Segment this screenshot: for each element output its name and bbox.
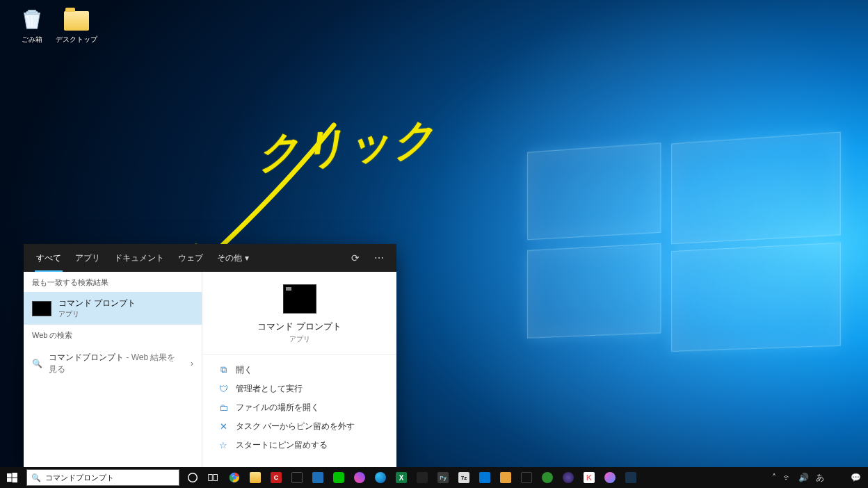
app-icon[interactable] xyxy=(516,467,537,488)
open-icon: ⧉ xyxy=(218,364,229,375)
action-center-icon[interactable]: 💬 xyxy=(851,473,861,482)
7zip-icon[interactable]: 7z xyxy=(453,467,474,488)
web-search-result[interactable]: 🔍 コマンドプロンプト - Web 結果を見る › xyxy=(24,345,202,382)
folder-icon xyxy=(63,4,90,32)
svg-rect-1 xyxy=(12,473,17,478)
chevron-down-icon: ▾ xyxy=(245,253,249,263)
task-view-icon[interactable] xyxy=(203,467,224,488)
search-details-right: コマンド プロンプト アプリ ⧉開く 🛡管理者として実行 🗀ファイルの場所を開く… xyxy=(202,272,396,467)
vscode-icon[interactable] xyxy=(474,467,495,488)
excel-icon[interactable]: X xyxy=(391,467,412,488)
chevron-right-icon: › xyxy=(191,359,193,368)
search-icon: 🔍 xyxy=(31,473,41,482)
svg-point-9 xyxy=(232,475,236,479)
tab-apps[interactable]: アプリ xyxy=(68,244,107,272)
tab-more[interactable]: その他▾ xyxy=(210,244,256,272)
app-icon[interactable] xyxy=(537,467,558,488)
start-search-panel: すべて アプリ ドキュメント ウェブ その他▾ ⟳ ⋯ 最も一致する検索結果 コ… xyxy=(24,244,396,467)
tab-documents[interactable]: ドキュメント xyxy=(107,244,171,272)
svg-rect-6 xyxy=(214,475,217,481)
itunes-icon[interactable] xyxy=(600,467,620,488)
edge-icon[interactable] xyxy=(370,467,391,488)
app-icon[interactable] xyxy=(558,467,579,488)
app-icon[interactable]: C xyxy=(266,467,287,488)
tab-all[interactable]: すべて xyxy=(29,244,68,272)
app-icon[interactable] xyxy=(307,467,328,488)
desktop-icon-folder[interactable]: デスクトップ xyxy=(56,4,97,44)
ime-indicator[interactable]: あ xyxy=(816,472,824,484)
details-subtitle: アプリ xyxy=(216,334,383,344)
cmd-large-icon xyxy=(283,284,316,314)
svg-rect-2 xyxy=(7,478,12,482)
windows-icon xyxy=(7,473,17,483)
action-open-file-location[interactable]: 🗀ファイルの場所を開く xyxy=(216,398,383,417)
svg-rect-0 xyxy=(7,473,12,477)
cmd-icon xyxy=(32,301,51,316)
folder-open-icon: 🗀 xyxy=(218,402,229,413)
desktop-icon-recycle-bin[interactable]: ごみ箱 xyxy=(11,4,53,44)
details-title: コマンド プロンプト xyxy=(216,320,383,333)
taskbar-search-box[interactable]: 🔍 xyxy=(26,469,179,486)
shield-icon: 🛡 xyxy=(218,384,229,394)
web-search-header: Web の検索 xyxy=(24,325,202,345)
system-tray: ˄ ᯤ 🔊 あ 💬 xyxy=(765,472,868,484)
start-button[interactable] xyxy=(0,467,24,488)
best-match-subtitle: アプリ xyxy=(58,309,136,319)
line-icon[interactable] xyxy=(328,467,349,488)
best-match-header: 最も一致する検索結果 xyxy=(24,272,202,292)
volume-icon[interactable]: 🔊 xyxy=(798,473,809,482)
app-icon[interactable]: K xyxy=(579,467,600,488)
app-icon[interactable] xyxy=(495,467,516,488)
svg-point-4 xyxy=(188,473,198,482)
unpin-icon: ✕ xyxy=(218,421,229,432)
best-match-result[interactable]: コマンド プロンプト アプリ xyxy=(24,292,202,325)
best-match-title: コマンド プロンプト xyxy=(58,298,136,309)
search-results-left: 最も一致する検索結果 コマンド プロンプト アプリ Web の検索 🔍 コマンド… xyxy=(24,272,202,467)
windows-logo-art xyxy=(527,136,844,350)
app-icon[interactable] xyxy=(349,467,370,488)
action-unpin-taskbar[interactable]: ✕タスク バーからピン留めを外す xyxy=(216,417,383,436)
tray-overflow-icon[interactable]: ˄ xyxy=(772,473,776,482)
action-run-as-admin[interactable]: 🛡管理者として実行 xyxy=(216,380,383,398)
search-tabs: すべて アプリ ドキュメント ウェブ その他▾ ⟳ ⋯ xyxy=(24,244,396,272)
cortana-icon[interactable] xyxy=(182,467,203,488)
taskbar-search-input[interactable] xyxy=(45,473,175,482)
more-options-icon[interactable]: ⋯ xyxy=(367,252,391,263)
pin-icon: ☆ xyxy=(218,440,229,450)
svg-rect-5 xyxy=(209,475,212,481)
search-icon: 🔍 xyxy=(32,359,42,368)
action-pin-start[interactable]: ☆スタートにピン留めする xyxy=(216,436,383,455)
taskbar: 🔍 C X Py 7z K ˄ ᯤ 🔊 あ 💬 xyxy=(0,467,868,488)
chrome-icon[interactable] xyxy=(224,467,245,488)
app-icon[interactable] xyxy=(620,467,641,488)
file-explorer-icon[interactable] xyxy=(245,467,266,488)
recycle-bin-icon xyxy=(18,4,46,32)
web-result-text: コマンドプロンプト - Web 結果を見る xyxy=(49,352,184,375)
desktop-icon-label: デスクトップ xyxy=(56,35,97,44)
feedback-icon[interactable]: ⟳ xyxy=(344,252,367,263)
desktop-icon-label: ごみ箱 xyxy=(11,35,53,44)
taskbar-app-icons: C X Py 7z K xyxy=(182,467,641,488)
svg-rect-3 xyxy=(12,478,17,482)
network-icon[interactable]: ᯤ xyxy=(783,473,791,482)
app-icon[interactable] xyxy=(412,467,433,488)
tab-web[interactable]: ウェブ xyxy=(171,244,210,272)
app-icon[interactable] xyxy=(287,467,307,488)
action-open[interactable]: ⧉開く xyxy=(216,360,383,380)
app-icon[interactable]: Py xyxy=(433,467,453,488)
